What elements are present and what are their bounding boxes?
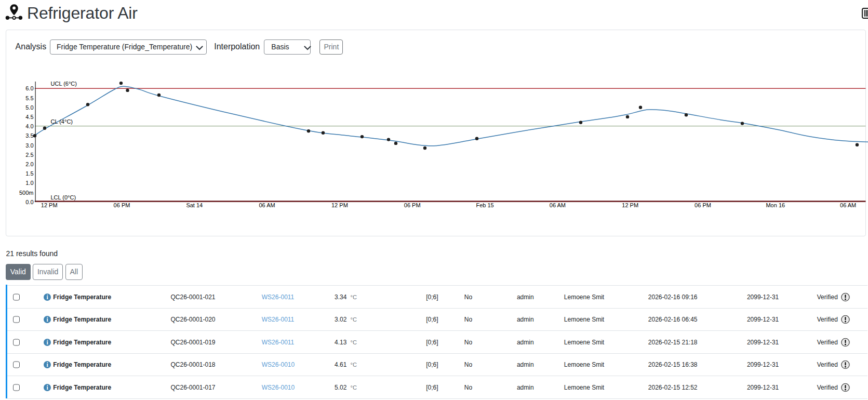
svg-text:1.0: 1.0 [25, 180, 33, 186]
svg-text:3.0: 3.0 [25, 142, 33, 149]
svg-text:3.5: 3.5 [25, 132, 33, 139]
svg-text:4.5: 4.5 [25, 114, 33, 120]
svg-text:5.0: 5.0 [25, 104, 33, 111]
svg-text:06 PM: 06 PM [404, 202, 421, 208]
svg-text:2.0: 2.0 [25, 161, 33, 167]
svg-text:12 PM: 12 PM [41, 202, 58, 208]
svg-text:0.0: 0.0 [25, 199, 33, 205]
svg-text:06 AM: 06 AM [259, 202, 275, 208]
svg-text:06 PM: 06 PM [114, 202, 130, 208]
svg-text:1.5: 1.5 [25, 170, 33, 177]
svg-text:500m: 500m [19, 190, 34, 196]
svg-text:Feb 15: Feb 15 [476, 202, 493, 208]
svg-text:6.0: 6.0 [25, 85, 33, 91]
svg-text:12 PM: 12 PM [331, 202, 348, 208]
svg-text:12 PM: 12 PM [622, 202, 638, 208]
svg-text:Mon 16: Mon 16 [766, 202, 785, 208]
svg-text:UCL (6°C): UCL (6°C) [51, 81, 77, 87]
svg-text:5.5: 5.5 [25, 95, 33, 101]
svg-text:CL (4°C): CL (4°C) [51, 118, 73, 125]
svg-text:4.0: 4.0 [25, 123, 33, 129]
svg-text:2.5: 2.5 [25, 152, 33, 158]
svg-text:06 AM: 06 AM [550, 202, 566, 208]
svg-text:06 AM: 06 AM [840, 202, 856, 208]
svg-text:06 PM: 06 PM [695, 202, 711, 208]
svg-text:LCL (0°C): LCL (0°C) [51, 194, 76, 201]
svg-text:Sat 14: Sat 14 [186, 202, 203, 208]
